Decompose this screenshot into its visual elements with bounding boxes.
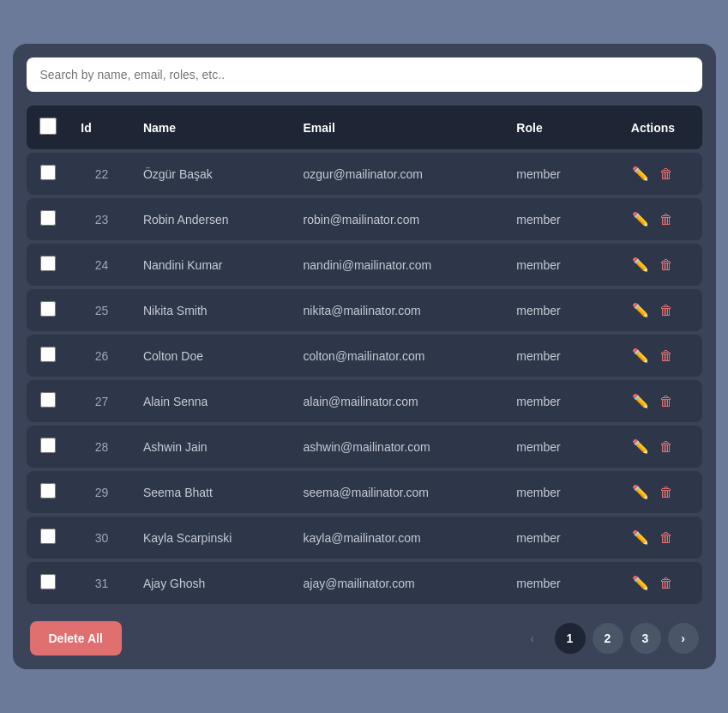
edit-icon-29[interactable]: ✏️ (632, 484, 649, 500)
table-row: 28 Ashwin Jain ashwin@mailinator.com mem… (27, 426, 702, 468)
table-row: 27 Alain Senna alain@mailinator.com memb… (27, 380, 702, 422)
row-email-24: nandini@mailinator.com (293, 244, 507, 286)
table-row: 22 Özgür Başak ozgur@mailinator.com memb… (27, 153, 702, 195)
row-checkbox-22[interactable] (40, 165, 56, 180)
delete-icon-25[interactable]: 🗑 (659, 303, 673, 318)
row-id-29: 29 (70, 471, 133, 513)
table-footer: Delete All ‹ 1 2 3 › (27, 621, 702, 656)
row-actions-29: ✏️ 🗑 (604, 471, 701, 513)
header-email: Email (293, 106, 507, 149)
row-actions-28: ✏️ 🗑 (604, 426, 701, 468)
row-role-30: member (506, 517, 604, 559)
row-email-26: colton@mailinator.com (293, 335, 507, 377)
row-email-29: seema@mailinator.com (293, 471, 507, 513)
row-name-26: Colton Doe (133, 335, 293, 377)
delete-icon-29[interactable]: 🗑 (659, 485, 673, 500)
edit-icon-30[interactable]: ✏️ (632, 529, 649, 546)
delete-icon-31[interactable]: 🗑 (659, 576, 673, 591)
table-row: 26 Colton Doe colton@mailinator.com memb… (27, 335, 702, 377)
row-checkbox-24[interactable] (40, 256, 56, 271)
delete-icon-23[interactable]: 🗑 (659, 212, 673, 227)
row-role-22: member (506, 153, 604, 195)
row-name-23: Robin Andersen (133, 198, 293, 240)
row-checkbox-25[interactable] (40, 301, 56, 317)
row-checkbox-27[interactable] (40, 392, 56, 408)
row-email-28: ashwin@mailinator.com (293, 426, 507, 468)
row-id-26: 26 (70, 335, 133, 377)
row-role-27: member (506, 380, 604, 422)
row-id-30: 30 (70, 517, 133, 559)
delete-icon-22[interactable]: 🗑 (659, 166, 673, 182)
search-input[interactable] (27, 57, 702, 92)
prev-page-button[interactable]: ‹ (517, 623, 548, 654)
edit-icon-24[interactable]: ✏️ (632, 257, 649, 273)
row-name-30: Kayla Scarpinski (133, 517, 293, 559)
main-container: Id Name Email Role Actions 22 Özgür Başa… (13, 44, 716, 669)
row-actions-25: ✏️ 🗑 (604, 289, 701, 331)
edit-icon-31[interactable]: ✏️ (632, 575, 649, 591)
table-row: 31 Ajay Ghosh ajay@mailinator.com member… (27, 562, 702, 604)
row-id-22: 22 (70, 153, 133, 195)
row-checkbox-cell (27, 471, 71, 513)
row-id-28: 28 (70, 426, 133, 468)
row-checkbox-cell (27, 244, 71, 286)
delete-icon-26[interactable]: 🗑 (659, 348, 673, 364)
header-role: Role (506, 106, 604, 149)
row-checkbox-23[interactable] (40, 210, 56, 226)
page-1-button[interactable]: 1 (555, 623, 586, 654)
row-checkbox-31[interactable] (40, 574, 56, 589)
row-name-28: Ashwin Jain (133, 426, 293, 468)
row-actions-31: ✏️ 🗑 (604, 562, 701, 604)
delete-all-button[interactable]: Delete All (30, 621, 122, 656)
header-checkbox-cell (27, 106, 71, 149)
row-role-31: member (506, 562, 604, 604)
page-3-button[interactable]: 3 (630, 623, 661, 654)
row-checkbox-26[interactable] (40, 347, 56, 362)
table-row: 24 Nandini Kumar nandini@mailinator.com … (27, 244, 702, 286)
row-role-23: member (506, 198, 604, 240)
table-header-row: Id Name Email Role Actions (27, 106, 702, 149)
delete-icon-30[interactable]: 🗑 (659, 530, 673, 546)
row-checkbox-cell (27, 426, 71, 468)
row-id-31: 31 (70, 562, 133, 604)
row-actions-26: ✏️ 🗑 (604, 335, 701, 377)
delete-icon-28[interactable]: 🗑 (659, 439, 673, 455)
row-checkbox-cell (27, 289, 71, 331)
row-checkbox-29[interactable] (40, 483, 56, 498)
edit-icon-23[interactable]: ✏️ (632, 211, 649, 227)
next-page-button[interactable]: › (668, 623, 699, 654)
row-checkbox-cell (27, 380, 71, 422)
row-actions-27: ✏️ 🗑 (604, 380, 701, 422)
edit-icon-27[interactable]: ✏️ (632, 393, 649, 409)
row-id-23: 23 (70, 198, 133, 240)
select-all-checkbox[interactable] (39, 118, 57, 135)
row-checkbox-cell (27, 562, 71, 604)
row-role-24: member (506, 244, 604, 286)
row-name-31: Ajay Ghosh (133, 562, 293, 604)
row-checkbox-cell (27, 335, 71, 377)
row-checkbox-30[interactable] (40, 529, 56, 544)
row-id-27: 27 (70, 380, 133, 422)
table-row: 23 Robin Andersen robin@mailinator.com m… (27, 198, 702, 240)
edit-icon-28[interactable]: ✏️ (632, 438, 649, 455)
page-2-button[interactable]: 2 (593, 623, 623, 654)
row-checkbox-28[interactable] (40, 438, 56, 453)
row-actions-30: ✏️ 🗑 (604, 517, 701, 559)
row-role-28: member (506, 426, 604, 468)
delete-icon-24[interactable]: 🗑 (659, 257, 673, 273)
row-email-23: robin@mailinator.com (293, 198, 507, 240)
header-name: Name (133, 106, 293, 149)
edit-icon-25[interactable]: ✏️ (632, 302, 649, 318)
delete-icon-27[interactable]: 🗑 (659, 394, 673, 409)
row-name-29: Seema Bhatt (133, 471, 293, 513)
row-actions-22: ✏️ 🗑 (604, 153, 701, 195)
row-id-25: 25 (70, 289, 133, 331)
table-row: 29 Seema Bhatt seema@mailinator.com memb… (27, 471, 702, 513)
edit-icon-22[interactable]: ✏️ (632, 166, 649, 182)
row-checkbox-cell (27, 198, 71, 240)
row-email-22: ozgur@mailinator.com (293, 153, 507, 195)
row-name-22: Özgür Başak (133, 153, 293, 195)
pagination: ‹ 1 2 3 › (517, 623, 699, 654)
row-email-27: alain@mailinator.com (293, 380, 507, 422)
edit-icon-26[interactable]: ✏️ (632, 347, 649, 364)
